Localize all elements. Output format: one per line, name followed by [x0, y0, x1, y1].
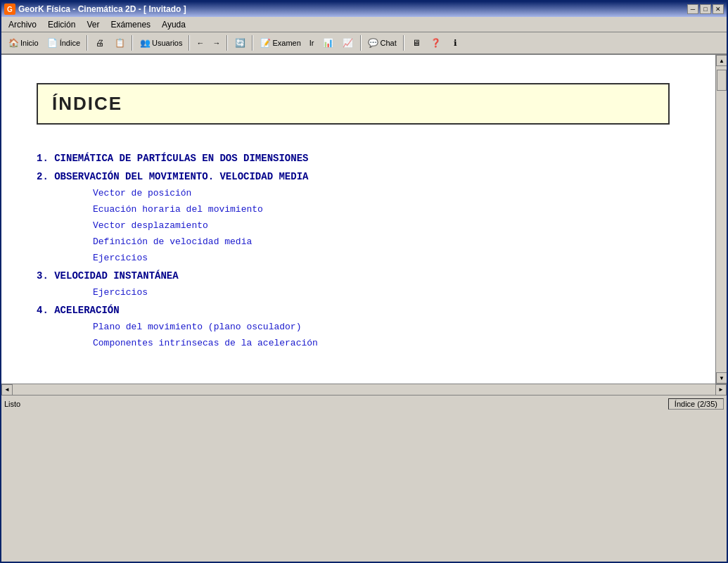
separator-5 [252, 35, 253, 51]
refresh-button[interactable]: 🔄 [231, 34, 249, 52]
monitor-icon: 🖥 [411, 37, 422, 49]
toc-sub-2-3[interactable]: Vector desplazamiento [93, 220, 680, 231]
maximize-button[interactable]: □ [700, 4, 711, 14]
toc-main-2[interactable]: 2. OBSERVACIÓN DEL MOVIMIENTO. VELOCIDAD… [37, 171, 308, 182]
indice-button[interactable]: 📄 Índice [44, 34, 84, 52]
separator-4 [226, 35, 228, 51]
app-window: G GeorK Física - Cinemática 2D - [ Invit… [0, 0, 728, 563]
chart-button[interactable]: 📈 [339, 34, 357, 52]
stats-icon: 📊 [323, 37, 334, 49]
refresh-icon: 🔄 [234, 37, 245, 49]
scrollbar-vertical[interactable]: ▲ ▼ [715, 55, 727, 384]
help-button[interactable]: ❓ [427, 34, 445, 52]
content-area: ÍNDICE 1. CINEMÁTICA DE PARTÍCULAS EN DO… [1, 55, 715, 384]
toc-item-2: 2. OBSERVACIÓN DEL MOVIMIENTO. VELOCIDAD… [37, 171, 680, 263]
users-icon: 👥 [139, 37, 151, 49]
status-right: Índice (2/35) [668, 398, 724, 410]
examen-button[interactable]: 📝 Examen [256, 34, 304, 52]
home-icon: 🏠 [8, 37, 19, 49]
info-button[interactable]: ℹ [447, 34, 465, 52]
toc-main-3[interactable]: 3. VELOCIDAD INSTANTÁNEA [37, 270, 179, 282]
separator-1 [87, 35, 88, 51]
back-button[interactable]: ← [193, 34, 207, 52]
menu-edicion[interactable]: Edición [42, 18, 81, 31]
print-button[interactable]: 🖨 [91, 34, 109, 52]
chat-icon: 💬 [368, 37, 379, 49]
index-heading: ÍNDICE [52, 93, 122, 114]
toc-item-1: 1. CINEMÁTICA DE PARTÍCULAS EN DOS DIMEN… [37, 153, 680, 164]
exam-icon: 📝 [260, 37, 271, 49]
close-button[interactable]: ✕ [713, 4, 724, 14]
menu-ayuda[interactable]: Ayuda [156, 18, 191, 31]
toc-sub-2-1[interactable]: Vector de posición [93, 188, 680, 198]
menu-bar: Archivo Edición Ver Exámenes Ayuda [1, 17, 727, 32]
copy-icon: 📋 [114, 37, 125, 49]
scroll-left-button[interactable]: ◄ [1, 384, 13, 396]
chat-button[interactable]: 💬 Chat [364, 34, 400, 52]
window-title: GeorK Física - Cinemática 2D - [ Invitad… [18, 4, 186, 14]
toc-main-1[interactable]: 1. CINEMÁTICA DE PARTÍCULAS EN DOS DIMEN… [37, 153, 308, 164]
menu-ver[interactable]: Ver [81, 18, 105, 31]
toolbar: 🏠 Inicio 📄 Índice 🖨 📋 👥 Usuarios ← → 🔄 [1, 32, 727, 55]
index-header: ÍNDICE [37, 83, 670, 125]
help-icon: ❓ [430, 37, 442, 49]
separator-6 [360, 35, 362, 51]
scroll-thumb[interactable] [717, 70, 727, 91]
status-left: Listo [4, 400, 20, 408]
toc-item-4: 4. ACELERACIÓN Plano del movimiento (pla… [37, 305, 680, 348]
title-bar: G GeorK Física - Cinemática 2D - [ Invit… [1, 1, 727, 17]
menu-archivo[interactable]: Archivo [3, 18, 42, 31]
index-icon: 📄 [47, 37, 58, 49]
toc-sub-2-4[interactable]: Definición de velocidad media [93, 236, 680, 247]
usuarios-button[interactable]: 👥 Usuarios [136, 34, 186, 52]
stats-button[interactable]: 📊 [319, 34, 338, 52]
chart-icon: 📈 [343, 37, 354, 49]
window-controls: ─ □ ✕ [687, 4, 724, 14]
toc-sub-4-2[interactable]: Componentes intrínsecas de la aceleració… [93, 338, 680, 348]
scroll-down-button[interactable]: ▼ [716, 372, 727, 384]
menu-examenes[interactable]: Exámenes [105, 18, 156, 31]
monitor-button[interactable]: 🖥 [407, 34, 426, 52]
toc-sub-2-5[interactable]: Ejercicios [93, 253, 680, 263]
scrollbar-horizontal[interactable]: ◄ ► [1, 384, 727, 395]
scroll-track[interactable] [716, 66, 727, 372]
separator-2 [132, 35, 133, 51]
app-icon: G [4, 4, 15, 15]
separator-7 [403, 35, 404, 51]
separator-3 [189, 35, 190, 51]
copy-button[interactable]: 📋 [110, 34, 129, 52]
ir-button[interactable]: Ir [306, 34, 318, 52]
toc-sub-4-1[interactable]: Plano del movimiento (plano osculador) [93, 322, 680, 332]
forward-button[interactable]: → [209, 34, 224, 52]
scroll-h-track[interactable] [13, 384, 715, 395]
toc-sub-3-1[interactable]: Ejercicios [93, 287, 680, 298]
status-bar: Listo Índice (2/35) [1, 395, 727, 412]
toc-sub-2-2[interactable]: Ecuación horaria del movimiento [93, 204, 680, 215]
toc-item-3: 3. VELOCIDAD INSTANTÁNEA Ejercicios [37, 270, 680, 298]
toc-main-4[interactable]: 4. ACELERACIÓN [37, 305, 120, 316]
main-content-area: ÍNDICE 1. CINEMÁTICA DE PARTÍCULAS EN DO… [1, 55, 727, 384]
inicio-button[interactable]: 🏠 Inicio [4, 34, 42, 52]
info-icon: ℹ [450, 37, 461, 49]
scroll-up-button[interactable]: ▲ [716, 55, 727, 66]
minimize-button[interactable]: ─ [687, 4, 698, 14]
print-icon: 🖨 [94, 37, 106, 49]
scroll-right-button[interactable]: ► [715, 384, 727, 396]
